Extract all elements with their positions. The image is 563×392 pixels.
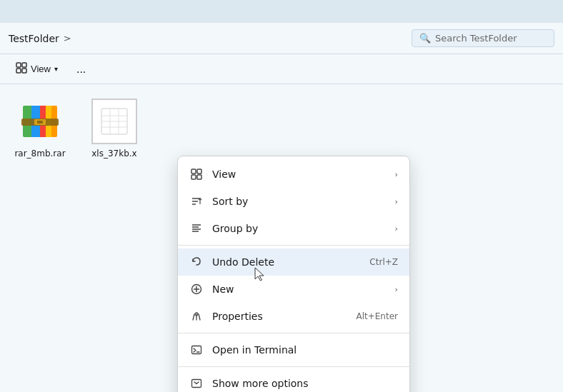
properties-shortcut: Alt+Enter [356,311,398,321]
svg-rect-0 [16,63,21,67]
svg-rect-1 [22,63,26,67]
menu-item-showmore[interactable]: Show more options [178,370,409,392]
menu-label-sortby: Sort by [212,196,387,207]
svg-rect-21 [191,175,196,179]
file-item-rar[interactable]: rar_8mb.rar [11,99,69,160]
undo-menu-icon [189,255,204,269]
menu-item-groupby[interactable]: Group by › [178,215,409,242]
menu-item-undodelete[interactable]: Undo Delete Ctrl+Z [178,248,409,276]
divider-3 [178,366,409,367]
terminal-menu-icon [189,343,204,357]
view-icon [16,62,27,76]
menu-label-groupby: Group by [212,223,387,234]
svg-rect-35 [192,346,201,354]
toolbar-row: View ▾ ... [0,54,563,84]
menu-item-view[interactable]: View › [178,161,409,188]
view-chevron: ▾ [54,65,58,73]
svg-rect-2 [16,69,21,73]
svg-rect-22 [197,175,201,179]
svg-rect-20 [197,169,201,174]
address-row: TestFolder > 🔍 Search TestFolder [0,23,563,54]
breadcrumb-chevron: > [64,33,71,44]
menu-label-undodelete: Undo Delete [212,256,361,268]
file-area: rar_8mb.rar xls_37kb.x View › [0,84,563,392]
groupby-submenu-chevron: › [395,224,398,233]
menu-label-new: New [212,283,387,295]
showmore-menu-icon [189,376,204,391]
file-item-xls[interactable]: xls_37kb.x [86,99,143,160]
menu-label-view: View [212,169,387,180]
more-options-label: ... [76,63,86,75]
search-icon: 🔍 [419,33,431,44]
undodelete-shortcut: Ctrl+Z [369,257,398,267]
file-label-xls: xls_37kb.x [91,149,136,160]
svg-rect-19 [191,169,196,174]
properties-menu-icon [189,309,204,323]
view-label: View [31,64,51,74]
view-menu-icon [189,167,204,181]
breadcrumb-text: TestFolder [9,33,59,44]
xls-icon-svg [100,107,129,136]
sortby-menu-icon [189,194,204,208]
top-bar [0,0,563,23]
new-menu-icon [189,282,204,296]
divider-2 [178,333,409,333]
file-label-rar: rar_8mb.rar [14,149,65,160]
menu-item-sortby[interactable]: Sort by › [178,188,409,215]
sortby-submenu-chevron: › [395,197,398,206]
more-options-button[interactable]: ... [71,59,91,79]
search-box[interactable]: 🔍 Search TestFolder [412,29,554,47]
svg-rect-3 [22,69,26,73]
menu-item-terminal[interactable]: Open in Terminal [178,336,409,363]
svg-rect-12 [37,121,43,124]
menu-label-terminal: Open in Terminal [212,344,398,356]
breadcrumb[interactable]: TestFolder > [9,33,412,44]
menu-item-new[interactable]: New › [178,276,409,303]
view-submenu-chevron: › [395,170,398,179]
rar-file-icon [17,99,63,144]
view-button[interactable]: View ▾ [9,59,65,79]
divider-1 [178,245,409,246]
menu-label-properties: Properties [212,311,347,322]
context-menu: View › Sort by › Group by › Undo Delete [177,156,410,392]
groupby-menu-icon [189,221,204,236]
menu-label-showmore: Show more options [212,378,398,389]
new-submenu-chevron: › [395,285,398,294]
search-placeholder: Search TestFolder [435,33,517,44]
xls-file-icon [91,99,137,144]
menu-item-properties[interactable]: Properties Alt+Enter [178,303,409,330]
